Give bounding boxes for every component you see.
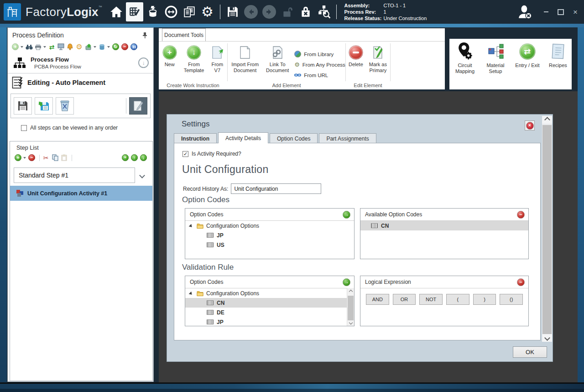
dialog-close-button[interactable]: × — [525, 120, 535, 131]
from-library-item[interactable]: From Library — [294, 49, 345, 59]
presentation-icon[interactable] — [57, 43, 65, 51]
move-up-icon[interactable]: ↑ — [130, 154, 138, 162]
remove-option-code-icon[interactable]: − — [517, 211, 525, 219]
is-activity-required-checkbox[interactable]: ✓ — [182, 151, 188, 157]
step-expander-icon[interactable] — [135, 173, 149, 178]
move-down-icon[interactable]: ↓ — [140, 154, 147, 162]
minimize-button[interactable] — [540, 6, 552, 18]
discard-step-button[interactable] — [56, 97, 74, 115]
tree-item-row[interactable]: CN — [185, 298, 347, 308]
available-code-row[interactable]: CN — [360, 221, 528, 230]
remove-expression-icon[interactable]: − — [517, 278, 525, 286]
step-name-field[interactable]: Standard Step #1 — [14, 167, 135, 183]
unlock-icon[interactable] — [279, 2, 296, 21]
add-dropdown-icon[interactable] — [21, 46, 23, 48]
close-paren-button[interactable]: ) — [473, 294, 496, 305]
scrollbar-thumb[interactable] — [542, 125, 552, 334]
paren-pair-button[interactable]: () — [500, 294, 523, 305]
sync-button[interactable] — [162, 2, 180, 21]
save-as-template-button[interactable] — [35, 97, 53, 115]
assembly-label: Assembly: — [344, 2, 384, 9]
edit-mode-button[interactable] — [129, 97, 147, 115]
tree-root-row[interactable]: Configuration Options — [185, 221, 354, 230]
from-url-item[interactable]: From URL — [294, 70, 345, 80]
export-icon[interactable] — [84, 43, 92, 51]
pin-icon[interactable] — [142, 32, 148, 39]
or-button[interactable]: OR — [393, 294, 416, 305]
activity-list-item[interactable]: Unit Configuration Activity #1 — [10, 186, 152, 201]
url-link-icon — [294, 73, 301, 78]
scroll-down-icon[interactable] — [347, 319, 354, 326]
circuit-mapping-button[interactable]: Circuit Mapping — [450, 42, 480, 89]
deactivate-icon[interactable]: − — [121, 43, 129, 51]
tree-root-row[interactable]: Configuration Options — [185, 288, 347, 298]
database-dropdown-icon[interactable] — [107, 46, 110, 48]
home-button[interactable] — [108, 2, 125, 21]
material-setup-button[interactable]: Material Setup — [481, 42, 510, 89]
back-button[interactable] — [242, 2, 260, 21]
copy-icon[interactable] — [51, 154, 59, 162]
dialog-scrollbar[interactable] — [542, 116, 552, 342]
remove-step-icon[interactable]: − — [28, 154, 36, 162]
scroll-down-icon[interactable] — [542, 334, 552, 342]
tab-document-tools[interactable]: Document Tools — [162, 28, 206, 41]
bell-icon[interactable] — [66, 43, 74, 51]
add-to-expression-icon[interactable]: → — [343, 278, 350, 286]
cut-icon[interactable]: ✂ — [42, 154, 50, 162]
database-icon[interactable] — [98, 43, 106, 51]
process-gear-icon[interactable]: ⚙ — [75, 43, 83, 51]
add-step-dropdown-icon[interactable] — [23, 157, 26, 159]
expander-icon[interactable] — [189, 291, 195, 297]
from-any-process-item[interactable]: ⚙ From Any Process — [294, 59, 345, 70]
scroll-up-icon[interactable] — [542, 116, 552, 124]
settings-gear-button[interactable]: ⚙ — [199, 2, 216, 21]
add-option-code-icon[interactable]: → — [343, 211, 350, 219]
editing-mode-label: Editing - Auto Placement — [27, 79, 105, 86]
add-icon[interactable]: + — [11, 43, 19, 51]
process-rev-label: Process Rev: — [344, 9, 384, 15]
tree-item-row[interactable]: US — [185, 240, 354, 250]
not-button[interactable]: NOT — [419, 294, 443, 305]
record-history-input[interactable] — [231, 183, 321, 194]
close-button[interactable]: × — [569, 6, 581, 18]
save-button[interactable] — [224, 2, 241, 21]
user-signout-button[interactable] — [516, 2, 534, 21]
and-button[interactable]: AND — [366, 294, 389, 305]
documents-button[interactable] — [181, 2, 198, 21]
tree-item-row[interactable]: DE — [185, 308, 347, 317]
tab-option-codes[interactable]: Option Codes — [270, 133, 318, 143]
refresh-icon[interactable]: ↻ — [112, 43, 120, 51]
tree-item-row[interactable]: JP — [185, 230, 354, 240]
scrollbar-thumb[interactable] — [348, 296, 354, 320]
binoculars-icon[interactable] — [25, 43, 33, 51]
print-icon[interactable] — [34, 43, 42, 51]
ok-button[interactable]: OK — [513, 346, 547, 358]
forward-button[interactable] — [261, 2, 278, 21]
maximize-button[interactable] — [555, 6, 567, 18]
export-dropdown-icon[interactable] — [94, 46, 96, 48]
tab-instruction[interactable]: Instruction — [174, 133, 217, 143]
paste-icon[interactable] — [60, 154, 68, 162]
open-paren-button[interactable]: ( — [446, 294, 469, 305]
entry-exit-button[interactable]: ⇄ Entry / Exit — [511, 42, 543, 89]
print-dropdown-icon[interactable] — [43, 46, 46, 48]
recipes-button[interactable]: Recipes — [545, 42, 571, 89]
process-editor-button[interactable] — [126, 2, 143, 21]
save-step-button[interactable] — [14, 97, 32, 115]
swap-steps-icon[interactable]: ⇄ — [48, 43, 56, 51]
tree-scrollbar[interactable] — [347, 288, 354, 326]
pause-icon[interactable] — [130, 43, 138, 51]
process-flow-row[interactable]: Process Flow PCBA Process Flow ↓ — [8, 53, 153, 72]
tab-part-assignments[interactable]: Part Assignments — [319, 133, 376, 143]
tab-activity-details[interactable]: Activity Details — [218, 132, 268, 143]
process-search-button[interactable] — [315, 2, 333, 21]
collapse-section-icon[interactable]: ↓ — [138, 57, 149, 68]
materials-button[interactable] — [144, 2, 162, 21]
add-step-icon[interactable]: + — [14, 154, 22, 162]
lock-close-button[interactable] — [297, 2, 314, 21]
any-order-checkbox[interactable] — [21, 125, 27, 131]
tree-item-row[interactable]: JP — [185, 317, 347, 327]
scroll-up-icon[interactable] — [347, 288, 354, 295]
expander-icon[interactable] — [189, 224, 195, 230]
renumber-steps-icon[interactable]: + — [121, 154, 129, 162]
